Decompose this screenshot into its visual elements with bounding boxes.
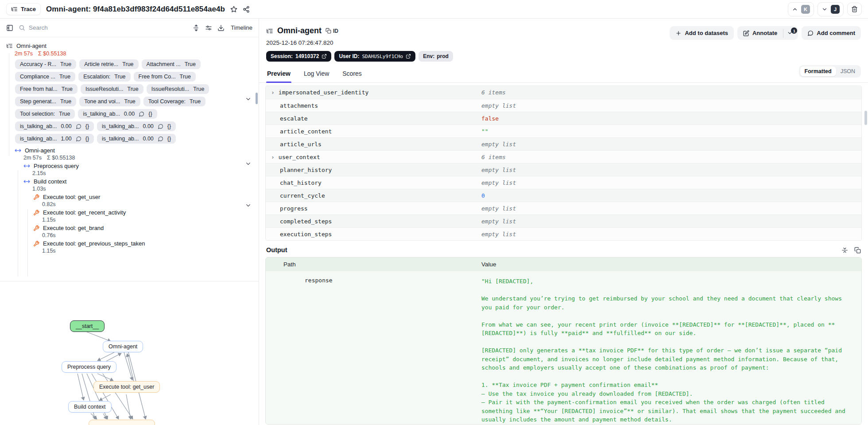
- trace-tree: Omni-agent 2m 57s Σ $0.55138 Accuracy - …: [0, 37, 259, 281]
- tab-log-view[interactable]: Log View: [303, 68, 330, 82]
- comment-bubble-icon: [76, 136, 81, 142]
- table-row[interactable]: escalate false: [266, 112, 861, 125]
- output-table: Path Value response "Hi [REDACTED], We u…: [265, 257, 862, 425]
- graph-edges: [0, 281, 259, 425]
- score-badge[interactable]: Accuracy - R...True: [15, 59, 76, 69]
- graph-node-preprocess-query[interactable]: Preprocess query: [62, 361, 116, 373]
- tree-guide-line: [18, 170, 18, 277]
- copy-output-icon[interactable]: [854, 247, 861, 253]
- collapse-scores-chevron-icon[interactable]: [245, 96, 252, 102]
- tree-scrollbar[interactable]: [256, 93, 258, 104]
- table-row[interactable]: execution_steps empty list: [266, 227, 861, 240]
- tab-scores[interactable]: Scores: [341, 68, 363, 82]
- annotate-count-badge: 1: [791, 27, 797, 34]
- score-badge[interactable]: Tone and voi...True: [79, 97, 140, 106]
- format-formatted-option[interactable]: Formatted: [800, 66, 836, 76]
- table-row[interactable]: ›user_context 6 items: [266, 150, 861, 163]
- prev-trace-button[interactable]: K: [788, 2, 814, 16]
- chevron-down-icon: [822, 6, 828, 12]
- table-row[interactable]: completed_steps empty list: [266, 214, 861, 227]
- tree-root-row[interactable]: Omni-agent: [0, 43, 259, 49]
- table-row[interactable]: progress empty list: [266, 202, 861, 214]
- comment-bubble-icon: [807, 30, 814, 36]
- score-badge[interactable]: is_talking_ab...1.00{}: [15, 134, 94, 144]
- score-badge[interactable]: is_talking_ab...0.00{}: [97, 121, 176, 131]
- output-value-header: Value: [481, 261, 861, 268]
- format-toggle: Formatted JSON: [799, 65, 861, 78]
- tree-tool-row[interactable]: Execute tool: get_user 0.82s: [0, 194, 259, 207]
- tree-span-row[interactable]: Preprocess query 2.15s: [0, 163, 259, 176]
- expand-all-icon[interactable]: [193, 24, 200, 31]
- table-row[interactable]: ›impersonated_user_identity 6 items: [266, 86, 861, 99]
- wrench-icon: [33, 225, 39, 231]
- download-icon[interactable]: [217, 24, 225, 31]
- timeline-toggle[interactable]: Timeline: [231, 24, 252, 31]
- score-badge[interactable]: Free from hal...True: [15, 84, 78, 94]
- table-row[interactable]: article_urls empty list: [266, 137, 861, 150]
- output-response-row[interactable]: response "Hi [REDACTED], We understand y…: [266, 271, 861, 424]
- graph-node-start[interactable]: __start__: [70, 320, 105, 332]
- table-row[interactable]: attachments empty list: [266, 99, 861, 112]
- trace-breadcrumb[interactable]: Trace: [6, 3, 41, 15]
- table-row[interactable]: article_content "": [266, 125, 861, 137]
- top-bar: Trace Omni-agent: 9f4a81eb3df983f24d64d5…: [0, 0, 868, 19]
- output-response-key: response: [266, 271, 481, 424]
- score-badge[interactable]: IssueResoluti...True: [147, 84, 209, 94]
- score-badge[interactable]: Free from Co...True: [134, 72, 196, 82]
- score-badge[interactable]: is_talking_ab...0.00{}: [78, 109, 157, 119]
- session-badge[interactable]: Session: 14910372: [266, 51, 331, 62]
- filter-settings-icon[interactable]: [205, 24, 212, 31]
- delete-trace-button[interactable]: [847, 3, 862, 16]
- avatar: K: [801, 5, 810, 14]
- score-badge[interactable]: Compliance ...True: [15, 72, 75, 82]
- score-badge[interactable]: Tool Coverage:True: [143, 97, 205, 106]
- add-comment-button[interactable]: Add comment: [802, 26, 861, 40]
- collapse-panel-icon[interactable]: [6, 24, 13, 31]
- graph-node-build-context[interactable]: Build context: [68, 401, 112, 413]
- search-input[interactable]: [29, 24, 187, 31]
- comment-bubble-icon: [158, 136, 163, 142]
- tree-guide-line: [9, 53, 9, 156]
- tree-tool-row[interactable]: Execute tool: get_previous_steps_taken 1…: [0, 240, 259, 254]
- graph-node-omni-agent[interactable]: Omni-agent: [103, 341, 143, 352]
- list-tree-icon: [266, 27, 273, 35]
- comment-bubble-icon: [139, 111, 144, 117]
- score-badge[interactable]: Attachment ...True: [142, 59, 201, 69]
- star-icon[interactable]: [230, 6, 237, 13]
- content-scrollbar[interactable]: [864, 111, 867, 125]
- chevron-right-icon[interactable]: ›: [271, 89, 275, 96]
- trace-timestamp: 2025-12-16 07:26:47.820: [266, 39, 453, 46]
- expand-output-icon[interactable]: [841, 247, 848, 253]
- annotate-button[interactable]: Annotate: [737, 26, 783, 40]
- annotate-queue-dropdown[interactable]: 1: [783, 27, 798, 39]
- collapse-span-chevron-icon[interactable]: [245, 160, 252, 167]
- span-arrows-icon: [23, 178, 30, 185]
- table-row[interactable]: current_cycle 0: [266, 189, 861, 202]
- score-badge[interactable]: is_talking_ab...0.00{}: [15, 121, 94, 131]
- score-badge[interactable]: Step generat...True: [15, 97, 76, 106]
- format-json-option[interactable]: JSON: [836, 66, 860, 76]
- score-badge[interactable]: Tool selection:True: [15, 109, 75, 119]
- table-row[interactable]: chat_history empty list: [266, 176, 861, 189]
- score-badge[interactable]: Article retrie...True: [79, 59, 138, 69]
- table-row[interactable]: planner_history empty list: [266, 163, 861, 176]
- root-duration: 2m 57s: [15, 51, 33, 57]
- tree-span-row[interactable]: Omni-agent 2m 57s Σ $0.55138: [0, 147, 259, 161]
- score-badge[interactable]: Escalation:True: [78, 72, 130, 82]
- collapse-span-chevron-icon[interactable]: [245, 202, 252, 209]
- tree-tool-row[interactable]: Execute tool: get_recent_activity 1.15s: [0, 209, 259, 223]
- root-span-name: Omni-agent: [16, 43, 46, 49]
- next-trace-button[interactable]: J: [818, 2, 844, 16]
- user-id-badge[interactable]: User ID: SDAHUSLy9f1CHo: [334, 51, 415, 62]
- copy-id-button[interactable]: ID: [326, 28, 338, 34]
- score-badge[interactable]: IssueResoluti...True: [81, 84, 143, 94]
- tab-preview[interactable]: Preview: [266, 68, 291, 82]
- chevron-right-icon[interactable]: ›: [271, 154, 275, 160]
- graph-node-execute-get-user[interactable]: Execute tool: get_user: [93, 381, 160, 393]
- tree-tool-row[interactable]: Execute tool: get_brand 0.76s: [0, 225, 259, 238]
- score-badge[interactable]: is_talking_ab...0.00{}: [97, 134, 176, 144]
- add-to-datasets-button[interactable]: Add to datasets: [670, 26, 734, 40]
- graph-node-cutoff[interactable]: [89, 420, 155, 425]
- tree-span-row[interactable]: Build context 1.03s: [0, 178, 259, 192]
- share-icon[interactable]: [243, 6, 250, 13]
